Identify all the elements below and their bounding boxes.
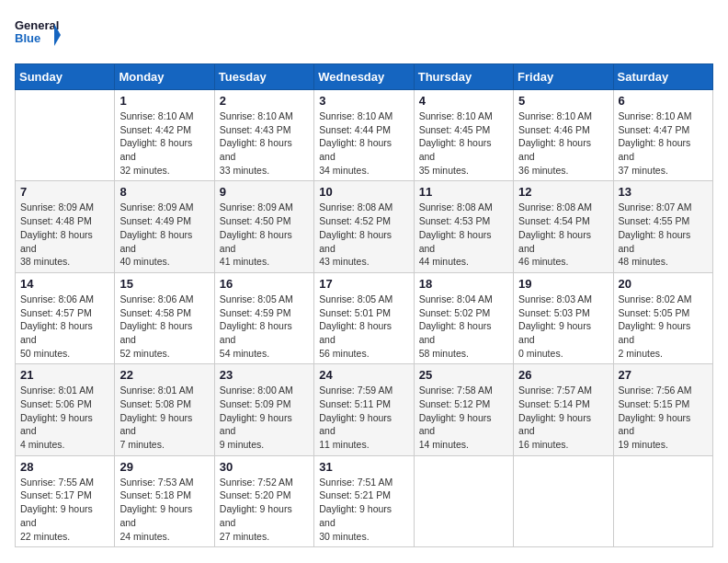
day-number: 14 (20, 277, 109, 291)
weekday-header: Monday (115, 64, 214, 90)
calendar-week-row: 21Sunrise: 8:01 AMSunset: 5:06 PMDayligh… (16, 364, 713, 455)
day-number: 30 (220, 460, 309, 474)
day-info: Sunrise: 8:05 AMSunset: 4:59 PMDaylight:… (220, 293, 309, 360)
day-info: Sunrise: 7:51 AMSunset: 5:21 PMDaylight:… (319, 476, 408, 543)
calendar-header-row: SundayMondayTuesdayWednesdayThursdayFrid… (16, 64, 713, 90)
day-info: Sunrise: 8:07 AMSunset: 4:55 PMDaylight:… (619, 201, 708, 268)
day-info: Sunrise: 8:10 AMSunset: 4:44 PMDaylight:… (319, 109, 408, 177)
calendar-cell: 19Sunrise: 8:03 AMSunset: 5:03 PMDayligh… (514, 272, 613, 363)
day-info: Sunrise: 8:09 AMSunset: 4:50 PMDaylight:… (220, 201, 309, 268)
day-info: Sunrise: 7:55 AMSunset: 5:17 PMDaylight:… (20, 476, 109, 543)
day-info: Sunrise: 7:59 AMSunset: 5:11 PMDaylight:… (319, 384, 408, 451)
day-info: Sunrise: 8:02 AMSunset: 5:05 PMDaylight:… (619, 293, 708, 360)
day-number: 23 (220, 368, 309, 382)
calendar-cell: 31Sunrise: 7:51 AMSunset: 5:21 PMDayligh… (314, 455, 414, 546)
day-info: Sunrise: 7:58 AMSunset: 5:12 PMDaylight:… (419, 384, 508, 451)
calendar-cell: 1Sunrise: 8:10 AMSunset: 4:42 PMDaylight… (115, 90, 214, 181)
calendar-cell: 4Sunrise: 8:10 AMSunset: 4:45 PMDaylight… (414, 90, 513, 181)
weekday-header: Wednesday (314, 64, 414, 90)
day-info: Sunrise: 8:10 AMSunset: 4:47 PMDaylight:… (619, 109, 708, 177)
day-info: Sunrise: 7:53 AMSunset: 5:18 PMDaylight:… (119, 476, 209, 543)
calendar-week-row: 14Sunrise: 8:06 AMSunset: 4:57 PMDayligh… (16, 272, 713, 363)
day-info: Sunrise: 8:01 AMSunset: 5:08 PMDaylight:… (119, 384, 209, 451)
day-number: 12 (518, 185, 608, 199)
day-info: Sunrise: 8:08 AMSunset: 4:54 PMDaylight:… (518, 201, 608, 268)
day-info: Sunrise: 7:56 AMSunset: 5:15 PMDaylight:… (619, 384, 708, 451)
calendar-cell (414, 455, 513, 546)
day-info: Sunrise: 8:01 AMSunset: 5:06 PMDaylight:… (20, 384, 109, 451)
day-info: Sunrise: 8:05 AMSunset: 5:01 PMDaylight:… (319, 293, 408, 360)
weekday-header: Sunday (16, 64, 115, 90)
day-info: Sunrise: 7:52 AMSunset: 5:20 PMDaylight:… (220, 476, 309, 543)
day-info: Sunrise: 8:10 AMSunset: 4:42 PMDaylight:… (119, 109, 209, 177)
calendar-cell: 28Sunrise: 7:55 AMSunset: 5:17 PMDayligh… (16, 455, 115, 546)
calendar-table: SundayMondayTuesdayWednesdayThursdayFrid… (15, 63, 713, 547)
calendar-week-row: 1Sunrise: 8:10 AMSunset: 4:42 PMDaylight… (16, 90, 713, 181)
day-number: 28 (20, 460, 109, 474)
day-number: 4 (419, 94, 508, 108)
calendar-cell: 16Sunrise: 8:05 AMSunset: 4:59 PMDayligh… (214, 272, 313, 363)
day-info: Sunrise: 8:00 AMSunset: 5:09 PMDaylight:… (220, 384, 309, 451)
day-number: 31 (319, 460, 408, 474)
day-info: Sunrise: 8:10 AMSunset: 4:43 PMDaylight:… (220, 109, 309, 177)
day-info: Sunrise: 8:10 AMSunset: 4:45 PMDaylight:… (419, 109, 508, 177)
day-number: 13 (619, 185, 708, 199)
day-info: Sunrise: 8:09 AMSunset: 4:49 PMDaylight:… (119, 201, 209, 268)
day-info: Sunrise: 7:57 AMSunset: 5:14 PMDaylight:… (518, 384, 608, 451)
day-number: 1 (119, 94, 209, 108)
calendar-cell (16, 90, 115, 181)
day-number: 26 (518, 368, 608, 382)
weekday-header: Saturday (613, 64, 712, 90)
day-number: 8 (119, 185, 209, 199)
calendar-cell (514, 455, 613, 546)
day-info: Sunrise: 8:08 AMSunset: 4:53 PMDaylight:… (419, 201, 508, 268)
day-number: 21 (20, 368, 109, 382)
calendar-cell: 18Sunrise: 8:04 AMSunset: 5:02 PMDayligh… (414, 272, 513, 363)
calendar-cell: 6Sunrise: 8:10 AMSunset: 4:47 PMDaylight… (613, 90, 712, 181)
day-number: 3 (319, 94, 408, 108)
svg-text:Blue: Blue (15, 31, 40, 45)
calendar-cell: 26Sunrise: 7:57 AMSunset: 5:14 PMDayligh… (514, 364, 613, 455)
calendar-cell: 20Sunrise: 8:02 AMSunset: 5:05 PMDayligh… (613, 272, 712, 363)
day-info: Sunrise: 8:10 AMSunset: 4:46 PMDaylight:… (518, 109, 608, 177)
calendar-week-row: 7Sunrise: 8:09 AMSunset: 4:48 PMDaylight… (16, 181, 713, 272)
day-number: 29 (119, 460, 209, 474)
calendar-cell: 23Sunrise: 8:00 AMSunset: 5:09 PMDayligh… (214, 364, 313, 455)
calendar-cell: 14Sunrise: 8:06 AMSunset: 4:57 PMDayligh… (16, 272, 115, 363)
day-number: 6 (619, 94, 708, 108)
day-number: 7 (20, 185, 109, 199)
calendar-cell: 7Sunrise: 8:09 AMSunset: 4:48 PMDaylight… (16, 181, 115, 272)
calendar-cell: 2Sunrise: 8:10 AMSunset: 4:43 PMDaylight… (214, 90, 313, 181)
page-header: General Blue (15, 15, 713, 56)
calendar-week-row: 28Sunrise: 7:55 AMSunset: 5:17 PMDayligh… (16, 455, 713, 546)
weekday-header: Friday (514, 64, 613, 90)
weekday-header: Thursday (414, 64, 513, 90)
calendar-cell: 8Sunrise: 8:09 AMSunset: 4:49 PMDaylight… (115, 181, 214, 272)
day-number: 10 (319, 185, 408, 199)
day-info: Sunrise: 8:06 AMSunset: 4:57 PMDaylight:… (20, 293, 109, 360)
day-number: 9 (220, 185, 309, 199)
calendar-cell: 29Sunrise: 7:53 AMSunset: 5:18 PMDayligh… (115, 455, 214, 546)
calendar-cell: 15Sunrise: 8:06 AMSunset: 4:58 PMDayligh… (115, 272, 214, 363)
calendar-cell: 10Sunrise: 8:08 AMSunset: 4:52 PMDayligh… (314, 181, 414, 272)
calendar-cell: 17Sunrise: 8:05 AMSunset: 5:01 PMDayligh… (314, 272, 414, 363)
calendar-cell: 5Sunrise: 8:10 AMSunset: 4:46 PMDaylight… (514, 90, 613, 181)
logo-svg: General Blue (15, 15, 61, 56)
day-number: 16 (220, 277, 309, 291)
day-info: Sunrise: 8:03 AMSunset: 5:03 PMDaylight:… (518, 293, 608, 360)
calendar-cell: 24Sunrise: 7:59 AMSunset: 5:11 PMDayligh… (314, 364, 414, 455)
calendar-cell: 27Sunrise: 7:56 AMSunset: 5:15 PMDayligh… (613, 364, 712, 455)
day-info: Sunrise: 8:06 AMSunset: 4:58 PMDaylight:… (119, 293, 209, 360)
calendar-cell: 25Sunrise: 7:58 AMSunset: 5:12 PMDayligh… (414, 364, 513, 455)
weekday-header: Tuesday (214, 64, 313, 90)
day-number: 2 (220, 94, 309, 108)
day-info: Sunrise: 8:04 AMSunset: 5:02 PMDaylight:… (419, 293, 508, 360)
svg-text:General: General (15, 18, 59, 32)
day-number: 20 (619, 277, 708, 291)
calendar-cell: 30Sunrise: 7:52 AMSunset: 5:20 PMDayligh… (214, 455, 313, 546)
day-number: 11 (419, 185, 508, 199)
day-number: 18 (419, 277, 508, 291)
calendar-cell: 12Sunrise: 8:08 AMSunset: 4:54 PMDayligh… (514, 181, 613, 272)
calendar-cell: 3Sunrise: 8:10 AMSunset: 4:44 PMDaylight… (314, 90, 414, 181)
day-number: 22 (119, 368, 209, 382)
